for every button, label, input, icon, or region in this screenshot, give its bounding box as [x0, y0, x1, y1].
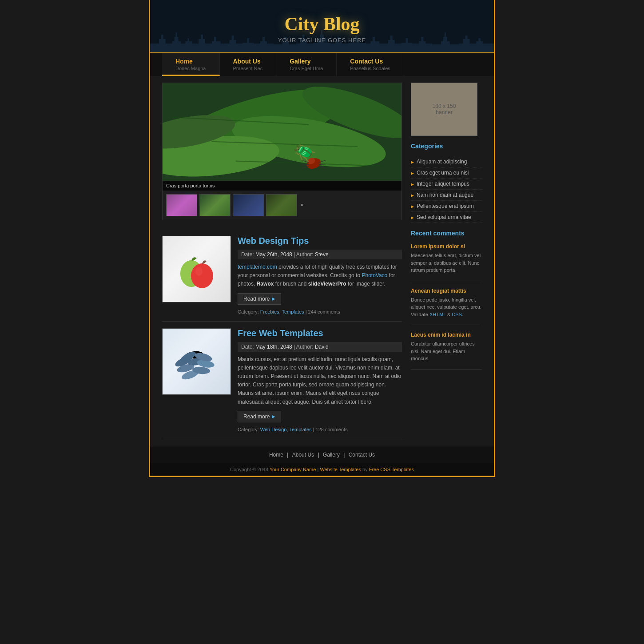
- post-1-meta: Date: May 26th, 2048 | Author: Steve: [238, 250, 402, 259]
- nav-item-home[interactable]: Home Donec Magna: [162, 53, 220, 76]
- post-1-body: templatemo.com provides a lot of high qu…: [238, 263, 402, 289]
- post-1-thumbnail: [162, 236, 231, 302]
- slider-caption: Cras porta porta turpis: [163, 181, 402, 191]
- main-content: Cras porta porta turpis •: [162, 83, 402, 439]
- site-header: City Blog YOUR TAGLINE GOES HERE: [150, 0, 494, 52]
- svg-line-11: [302, 160, 309, 162]
- site-title: City Blog: [150, 13, 494, 35]
- cat-freebies-link[interactable]: Freebies: [260, 309, 279, 314]
- nav-item-contact[interactable]: Contact Us Phasellus Sodales: [337, 53, 404, 76]
- category-item-4[interactable]: Nam non diam at augue: [411, 190, 482, 201]
- category-list: Aliquam at adipiscing Cras eget urna eu …: [411, 156, 482, 223]
- post-1-content: Web Design Tips Date: May 26th, 2048 | A…: [238, 236, 402, 314]
- footer-freecss-link[interactable]: Free CSS Templates: [369, 467, 414, 472]
- category-item-3[interactable]: Integer aliquet tempus: [411, 179, 482, 190]
- comment-2-text: Donec pede justo, fringilla vel, aliquet…: [411, 296, 482, 318]
- slider-thumb-2[interactable]: [199, 194, 231, 216]
- xhtml-link[interactable]: XHTML: [429, 312, 446, 317]
- recent-comment-3: Lacus enim id lacinia in Curabitur ullam…: [411, 332, 482, 370]
- photovaco-link[interactable]: PhotoVaco: [362, 272, 387, 278]
- post-2: Free Web Templates Date: May 18th, 2048 …: [162, 322, 402, 439]
- recent-comment-2: Aenean feugiat mattis Donec pede justo, …: [411, 288, 482, 326]
- site-tagline: YOUR TAGLINE GOES HERE: [150, 37, 494, 44]
- css-link[interactable]: CSS: [452, 312, 462, 317]
- footer-gallery-link[interactable]: Gallery: [323, 452, 340, 458]
- svg-point-19: [191, 263, 213, 288]
- post-2-body: Mauris cursus, est at pretium sollicitud…: [238, 355, 402, 406]
- footer-website-templates-link[interactable]: Website Templates: [320, 467, 361, 472]
- footer-nav: Home | About Us | Gallery | Contact Us: [150, 446, 494, 463]
- main-nav: Home Donec Magna About Us Praesent Nec G…: [150, 52, 494, 76]
- post-2-read-more[interactable]: Read more: [238, 411, 281, 422]
- categories-section: Categories Aliquam at adipiscing Cras eg…: [411, 143, 482, 223]
- post-2-category: Category: Web Design, Templates | 128 co…: [238, 427, 402, 432]
- slider-thumbs: •: [163, 191, 402, 220]
- footer-home-link[interactable]: Home: [269, 452, 283, 458]
- cat-templates2-link[interactable]: Templates: [289, 427, 311, 432]
- footer-about-link[interactable]: About Us: [292, 452, 314, 458]
- post-2-content: Free Web Templates Date: May 18th, 2048 …: [238, 328, 402, 432]
- slider: Cras porta porta turpis •: [162, 83, 402, 220]
- post-1-title: Web Design Tips: [238, 236, 402, 246]
- cat-webdesign-link[interactable]: Web Design: [260, 427, 287, 432]
- footer-copyright: Copyright © 2048 Your Company Name | Web…: [150, 463, 494, 476]
- nav-item-gallery[interactable]: Gallery Cras Eget Uma: [276, 53, 337, 76]
- footer-company-link[interactable]: Your Company Name: [270, 467, 316, 472]
- slider-thumb-1[interactable]: [166, 194, 197, 216]
- svg-point-20: [195, 267, 203, 276]
- slider-main-image: [163, 83, 402, 181]
- recent-comment-1: Lorem ipsum dolor si Maecenas tellus era…: [411, 243, 482, 281]
- slider-thumb-4[interactable]: [266, 194, 297, 216]
- templatemo-link[interactable]: templatemo.com: [238, 264, 277, 270]
- cat-templates-link[interactable]: Templates: [282, 309, 304, 314]
- nav-item-about[interactable]: About Us Praesent Nec: [220, 53, 277, 76]
- recent-comments-title: Recent comments: [411, 230, 482, 239]
- categories-title: Categories: [411, 143, 482, 152]
- slider-thumb-3[interactable]: [233, 194, 264, 216]
- sidebar-banner[interactable]: 180 x 150 banner: [411, 83, 477, 136]
- post-1-category: Category: Freebies, Templates | 244 comm…: [238, 309, 402, 314]
- post-2-meta: Date: May 18th, 2048 | Author: David: [238, 342, 402, 352]
- category-item-5[interactable]: Pellentesque erat ipsum: [411, 201, 482, 212]
- category-item-1[interactable]: Aliquam at adipiscing: [411, 156, 482, 167]
- category-item-2[interactable]: Cras eget urna eu nisi: [411, 167, 482, 179]
- category-item-6[interactable]: Sed volutpat urna vitae: [411, 212, 482, 223]
- post-1-read-more[interactable]: Read more: [238, 293, 281, 305]
- sidebar: 180 x 150 banner Categories Aliquam at a…: [411, 83, 482, 439]
- post-1: Web Design Tips Date: May 26th, 2048 | A…: [162, 229, 402, 322]
- footer-contact-link[interactable]: Contact Us: [349, 452, 375, 458]
- recent-comments-section: Recent comments Lorem ipsum dolor si Mae…: [411, 230, 482, 370]
- post-2-title: Free Web Templates: [238, 328, 402, 338]
- slider-dot: •: [301, 201, 303, 209]
- post-2-thumbnail: [162, 328, 231, 395]
